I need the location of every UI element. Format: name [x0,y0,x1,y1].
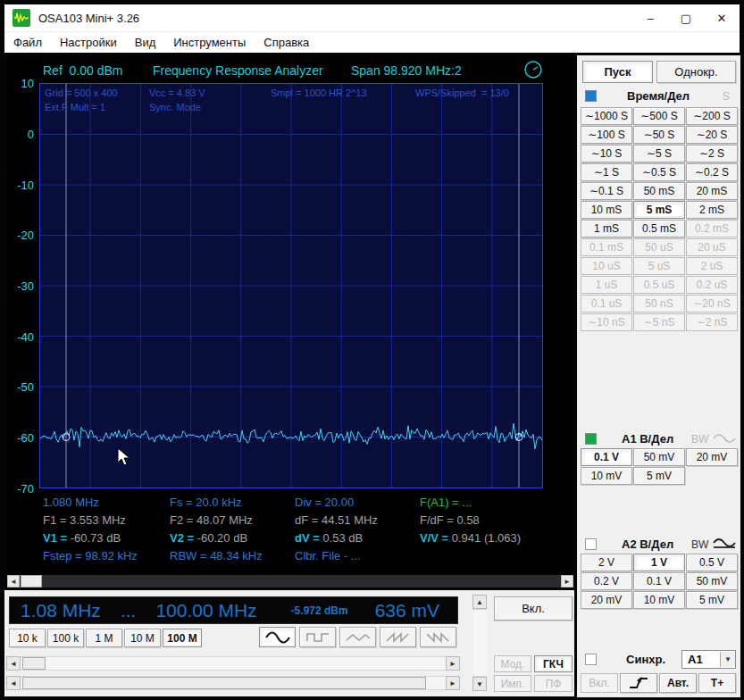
sweep-gkch-button[interactable]: ГКЧ [534,655,573,672]
a1-vdiv-button[interactable]: 0.1 V [581,448,632,466]
display-h-scrollbar[interactable]: ◄ ► [7,575,573,588]
a2-vdiv-button[interactable]: 10 mV [633,591,685,609]
pulse-button[interactable]: Имп. [494,675,531,692]
wave-ramp-up-button[interactable] [380,627,416,647]
wave-ramp-down-button[interactable] [420,627,456,647]
generator-coarse-scrollbar[interactable]: ◄ ► [6,656,460,671]
scroll-thumb[interactable] [22,657,46,670]
scroll-left-icon[interactable]: ◄ [6,656,21,671]
scroll-track[interactable] [472,609,487,677]
sync-source-dropdown[interactable]: A1 ▼ [681,650,736,669]
single-shot-button[interactable]: Однокр. [656,61,736,83]
timebase-button[interactable]: 10 mS [581,201,632,219]
modulation-button[interactable]: Мод. [494,655,531,672]
generator-on-button[interactable]: Вкл. [494,596,573,621]
menu-tools[interactable]: Инструменты [164,36,255,49]
maximize-button[interactable]: ▢ [668,4,704,31]
a1-channel-indicator[interactable] [585,433,597,445]
menu-file[interactable]: Файл [4,36,51,49]
timebase-button[interactable]: 0.5 mS [633,220,685,238]
scroll-track[interactable] [20,575,561,588]
scroll-left-icon[interactable]: ◄ [6,676,21,690]
generator-fine-scrollbar[interactable]: ◄ ► [6,676,460,690]
a2-vdiv-button[interactable]: 0.5 V [686,554,738,571]
bandpass-button[interactable]: ПФ [534,675,573,692]
scroll-track[interactable] [21,676,446,690]
a2-vdiv-button[interactable]: 50 mV [686,572,738,590]
timebase-button[interactable]: 5 mS [633,201,685,219]
generator-v-scrollbar[interactable]: ▲ ▼ [472,595,487,691]
range-10m-button[interactable]: 10 M [124,629,161,647]
timebase-button[interactable]: ∼0.1 S [581,182,632,200]
range-100k-button[interactable]: 100 k [47,629,84,647]
scroll-right-icon[interactable]: ► [561,575,573,588]
a1-vdiv-button[interactable]: 10 mV [581,467,632,485]
wave-triangle-button[interactable] [339,627,376,647]
timebase-button[interactable]: 0.2 mS [686,220,738,238]
timebase-button[interactable]: ∼20 S [686,126,738,144]
scroll-down-icon[interactable]: ▼ [472,677,487,691]
a2-enable-checkbox[interactable] [585,538,597,550]
wave-square-button[interactable] [299,627,336,647]
minimize-button[interactable]: – [632,4,668,31]
timebase-button[interactable]: 5 uS [633,257,685,275]
scroll-right-icon[interactable]: ► [446,656,460,671]
timebase-button[interactable]: 1 uS [581,276,632,294]
range-10k-button[interactable]: 10 k [9,629,46,647]
a2-vdiv-button[interactable]: 1 V [633,554,685,571]
timebase-button[interactable]: 50 mS [633,182,685,200]
scroll-up-icon[interactable]: ▲ [472,595,487,609]
timebase-button[interactable]: 50 nS [633,295,685,312]
timebase-button[interactable]: ∼5 nS [633,313,685,331]
timebase-button[interactable]: 20 uS [686,238,738,256]
scroll-thumb[interactable] [21,575,42,588]
scroll-thumb[interactable] [22,677,426,689]
timebase-button[interactable]: ∼100 S [581,126,632,144]
a1-vdiv-button[interactable]: 50 mV [633,448,685,466]
timebase-button[interactable]: ∼10 S [581,145,632,162]
scroll-right-icon[interactable]: ► [446,676,460,690]
sync-auto-button[interactable]: Авт. [659,673,697,693]
close-button[interactable]: ✕ [704,4,740,31]
menu-settings[interactable]: Настройки [51,36,126,49]
timebase-button[interactable]: 50 uS [633,238,685,256]
sync-enable-checkbox[interactable] [585,654,597,665]
a1-coupling-icon[interactable] [713,431,736,447]
timebase-button[interactable]: 20 mS [686,182,738,200]
timebase-button[interactable]: 0.5 uS [633,276,685,294]
plot-area[interactable]: Grid = 500 x 400 Vcc = 4.83 V Smpl = 100… [39,83,543,488]
scroll-track[interactable] [21,656,446,671]
sync-on-button[interactable]: Вкл. [581,673,618,693]
a2-bw-label[interactable]: BW [691,538,708,551]
timebase-button[interactable]: ∼500 S [633,107,685,125]
menu-view[interactable]: Вид [126,36,165,49]
wave-sine-button[interactable] [259,627,296,647]
timebase-button[interactable]: ∼0.2 S [686,163,738,181]
timebase-button[interactable]: ∼2 S [686,145,738,162]
timebase-button[interactable]: 1 mS [581,220,632,238]
a2-vdiv-button[interactable]: 20 mV [581,591,632,609]
timebase-button[interactable]: ∼1 S [581,163,632,181]
timebase-button[interactable]: 10 uS [581,257,632,275]
timebase-button[interactable]: 2 mS [686,201,738,219]
a2-vdiv-button[interactable]: 5 mV [686,591,738,609]
timebase-button[interactable]: 0.1 mS [581,238,632,256]
timebase-button[interactable]: ∼200 S [686,107,738,125]
a2-coupling-icon[interactable] [713,536,736,554]
timebase-button[interactable]: ∼5 S [633,145,685,162]
timebase-button[interactable]: ∼0.5 S [633,163,685,181]
timebase-button[interactable]: 2 uS [686,257,738,275]
timebase-button[interactable]: ∼50 S [633,126,685,144]
dropdown-arrow-icon[interactable]: ▼ [720,652,735,667]
a1-vdiv-button[interactable]: 5 mV [633,467,685,485]
a2-vdiv-button[interactable]: 0.1 V [633,572,685,590]
timebase-button[interactable]: ∼20 nS [686,295,738,312]
run-button[interactable]: Пуск [582,61,653,83]
menu-help[interactable]: Справка [255,36,318,49]
timebase-button[interactable]: ∼10 nS [581,313,632,331]
timebase-indicator[interactable] [585,90,597,102]
scroll-left-icon[interactable]: ◄ [7,575,20,588]
timebase-button[interactable]: 0.2 uS [686,276,738,294]
a2-vdiv-button[interactable]: 2 V [581,554,632,571]
timebase-button[interactable]: ∼2 nS [686,313,738,331]
